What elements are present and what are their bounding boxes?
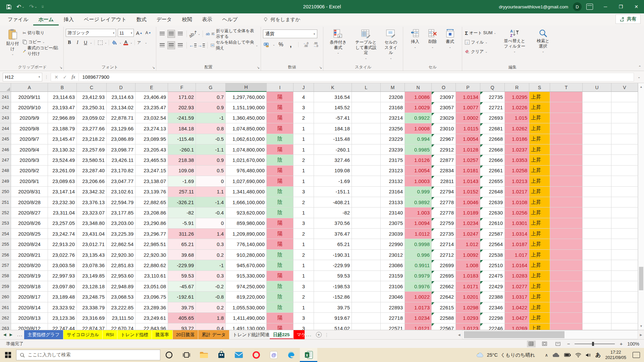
grid-cell[interactable]: 上昇 <box>529 218 550 229</box>
grid-cell[interactable] <box>583 260 611 270</box>
grid-cell[interactable]: 23,012.71 <box>77 239 107 249</box>
grid-cell[interactable]: 上昇 <box>529 113 550 123</box>
grid-cell[interactable]: 2020/8/31 <box>11 187 48 197</box>
grid-cell[interactable]: 23,524.49 <box>48 155 77 165</box>
grid-cell[interactable]: 上昇 <box>529 144 550 155</box>
row-header-243[interactable]: 243 <box>0 113 11 123</box>
find-select-button[interactable]: 検索と選択⌄ <box>532 27 554 55</box>
formula-input[interactable]: 1089677900 <box>79 73 634 81</box>
grid-cell[interactable]: 2020/9/11 <box>11 92 48 102</box>
grid-cell[interactable] <box>611 323 638 330</box>
grid-cell[interactable]: 23,261.09 <box>48 166 77 176</box>
grid-cell[interactable]: 22,670.74 <box>107 323 136 330</box>
grid-cell[interactable]: 1.015 <box>505 113 529 123</box>
grid-cell[interactable] <box>352 197 381 207</box>
grid-cell[interactable] <box>352 323 381 330</box>
grid-cell[interactable]: 1.0234 <box>405 313 432 323</box>
grid-cell[interactable]: 23,287.40 <box>77 166 107 176</box>
notification-center-icon[interactable] <box>633 352 640 358</box>
grid-cell[interactable]: 1 <box>293 302 314 313</box>
grid-cell[interactable] <box>611 113 638 123</box>
share-button[interactable]: 共有 <box>615 14 641 24</box>
conditional-formatting-button[interactable]: ≠ 条件付き書式⌄ <box>325 27 351 56</box>
grid-cell[interactable]: 23,257.05 <box>48 218 77 229</box>
grid-cell[interactable] <box>611 302 638 313</box>
new-sheet-button[interactable]: + <box>316 332 322 338</box>
grid-cell[interactable]: 22794 <box>432 187 456 197</box>
font-dialog-launcher[interactable]: ↘ <box>152 66 155 69</box>
phonetic-guide-button[interactable]: ア゙ <box>137 39 144 46</box>
grid-cell[interactable]: 23,465.53 <box>136 155 168 165</box>
grid-cell[interactable]: 22648 <box>480 187 505 197</box>
column-header-L[interactable]: L <box>352 83 381 92</box>
column-header-A[interactable]: A <box>11 83 48 92</box>
grid-cell[interactable]: 1.0247 <box>456 229 480 239</box>
grid-cell[interactable]: 23,139.76 <box>136 187 168 197</box>
grid-cell[interactable] <box>352 166 381 176</box>
grid-cell[interactable]: 22967 <box>432 134 456 144</box>
sheet-tab-日経225[interactable]: 日経225 <box>270 330 293 339</box>
grid-cell[interactable]: 上昇 <box>529 323 550 330</box>
ime-indicator[interactable]: あ <box>595 352 601 359</box>
grid-cell[interactable]: 93.72 <box>168 323 196 330</box>
grid-cell[interactable]: 22,843.96 <box>136 323 168 330</box>
grid-cell[interactable]: 1.0086 <box>405 92 432 102</box>
grid-cell[interactable] <box>583 123 611 134</box>
grid-cell[interactable]: 23,406.49 <box>136 92 168 102</box>
grid-cell[interactable]: 1.0262 <box>505 123 529 134</box>
volume-icon[interactable] <box>586 353 591 357</box>
row-header-246[interactable]: 246 <box>0 144 11 155</box>
grid-cell[interactable] <box>550 229 583 239</box>
sheet-tab-主要指標グラフ[interactable]: 主要指標グラフ <box>24 330 63 339</box>
sheet-tab-サイコロジカル[interactable]: サイコロジカル <box>63 330 103 339</box>
sheet-tab-トレンド指標[interactable]: トレンド指標 <box>117 330 152 339</box>
grid-cell[interactable]: 2020/9/10 <box>11 102 48 113</box>
grid-cell[interactable]: 1 <box>293 176 314 186</box>
grid-cell[interactable]: 0.9998 <box>405 239 432 249</box>
grid-cell[interactable]: 2020/9/2 <box>11 166 48 176</box>
grid-cell[interactable]: 22538 <box>480 250 505 260</box>
grid-cell[interactable]: 22877 <box>432 155 456 165</box>
grid-cell[interactable]: 23,177.85 <box>107 207 136 218</box>
grid-cell[interactable] <box>352 271 381 281</box>
grid-cell[interactable]: 1,411,490,000 <box>226 313 267 323</box>
grid-cell[interactable]: 陰 <box>267 197 293 207</box>
grid-cell[interactable]: 22693 <box>480 113 505 123</box>
grid-cell[interactable]: 22,878.71 <box>107 113 136 123</box>
grid-cell[interactable]: 22610 <box>480 218 505 229</box>
grid-cell[interactable]: 2020/8/20 <box>11 260 48 270</box>
grid-cell[interactable]: 22718 <box>381 313 405 323</box>
grid-cell[interactable]: 上昇 <box>529 197 550 207</box>
grid-cell[interactable]: 23,311.04 <box>48 207 77 218</box>
grid-cell[interactable]: 上昇 <box>529 166 550 176</box>
grid-cell[interactable] <box>583 313 611 323</box>
accounting-format-button[interactable] <box>263 41 270 48</box>
row-header-253[interactable]: 253 <box>0 218 11 229</box>
grid-cell[interactable]: 23,206.66 <box>77 176 107 186</box>
grid-cell[interactable]: 23133 <box>381 197 405 207</box>
grid-cell[interactable]: 22712 <box>432 250 456 260</box>
maximize-button[interactable]: ❐ <box>613 0 629 13</box>
customize-qat-button[interactable]: ⍗ <box>42 5 44 9</box>
grid-cell[interactable]: 陰 <box>267 207 293 218</box>
grid-cell[interactable]: 316.54 <box>314 92 352 102</box>
grid-cell[interactable]: -5.91 <box>168 218 196 229</box>
grid-cell[interactable]: 1,341,480,000 <box>226 187 267 197</box>
grid-cell[interactable]: 23086 <box>381 260 405 270</box>
grid-cell[interactable] <box>550 292 583 302</box>
grid-cell[interactable] <box>583 229 611 239</box>
grid-cell[interactable]: 0.2 <box>196 250 226 260</box>
grid-cell[interactable] <box>611 176 638 186</box>
grid-cell[interactable]: 39.75 <box>314 302 352 313</box>
grid-cell[interactable]: 974,250,000 <box>226 281 267 292</box>
grid-cell[interactable]: 23,249.61 <box>136 313 168 323</box>
zoom-out-icon[interactable]: − <box>567 341 570 347</box>
grid-cell[interactable]: 上昇 <box>529 187 550 197</box>
ribbon-tab-校閲[interactable]: 校閲 <box>177 14 197 25</box>
grid-cell[interactable]: 22668 <box>480 144 505 155</box>
grid-cell[interactable]: 上昇 <box>529 313 550 323</box>
grid-cell[interactable]: 陽 <box>267 313 293 323</box>
grid-cell[interactable]: 23,289.36 <box>136 302 168 313</box>
hscroll-thumb[interactable] <box>464 331 565 338</box>
increase-font-icon[interactable]: A▲ <box>136 29 143 37</box>
